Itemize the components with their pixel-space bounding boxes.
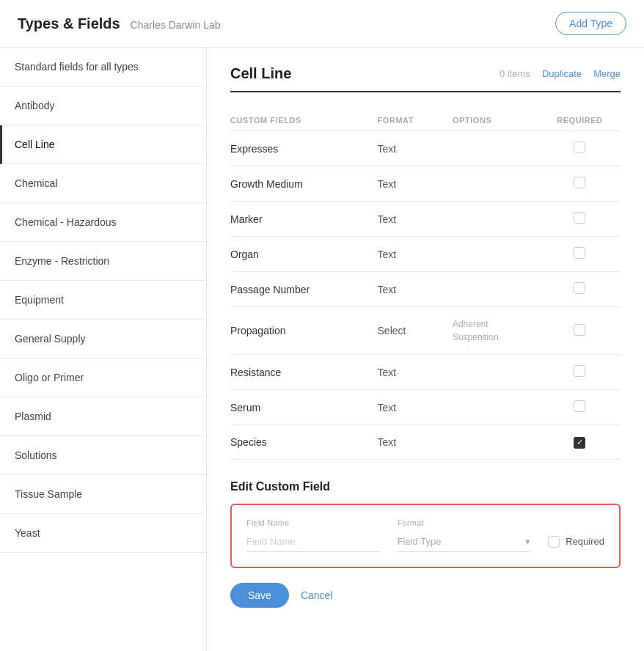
field-name-input[interactable]: [246, 532, 380, 552]
format-group: Format Field Type ▾: [398, 518, 531, 552]
checkbox-unchecked-icon: [574, 141, 585, 153]
field-name-cell: Species: [230, 425, 372, 460]
required-label: Required: [566, 536, 604, 547]
field-options-cell: [447, 425, 539, 460]
app-header: Types & Fields Charles Darwin Lab Add Ty…: [0, 0, 644, 48]
field-required-cell[interactable]: ✓: [539, 425, 621, 460]
field-name-cell: Passage Number: [230, 272, 372, 307]
sidebar-item-plasmid[interactable]: Plasmid: [0, 397, 206, 436]
col-header-required: REQUIRED: [539, 110, 621, 131]
field-name-group: Field Name: [246, 518, 380, 552]
edit-section-title: Edit Custom Field: [230, 480, 621, 493]
merge-button[interactable]: Merge: [593, 68, 621, 79]
sidebar-item-standard[interactable]: Standard fields for all types: [0, 48, 206, 87]
field-format-cell: Text: [372, 237, 447, 272]
table-row: Growth MediumText: [230, 166, 621, 202]
field-required-cell[interactable]: [539, 307, 621, 355]
field-required-cell[interactable]: [539, 131, 621, 166]
checkbox-unchecked-icon: [574, 177, 585, 188]
table-row: MarkerText: [230, 202, 621, 237]
col-header-options: OPTIONS: [447, 110, 539, 131]
field-options-cell: [447, 237, 539, 272]
checkbox-unchecked-icon: [574, 365, 585, 377]
items-count: 0 items: [500, 68, 530, 79]
field-name-cell: Resistance: [230, 355, 372, 390]
field-options-cell: [447, 390, 539, 425]
content-header-actions: 0 items Duplicate Merge: [500, 68, 621, 79]
checkbox-checked-icon: ✓: [574, 437, 585, 449]
content-header: Cell Line 0 items Duplicate Merge: [230, 65, 621, 92]
field-name-cell: Marker: [230, 202, 372, 237]
field-required-cell[interactable]: [539, 272, 621, 307]
save-button[interactable]: Save: [230, 583, 289, 608]
cancel-button[interactable]: Cancel: [301, 589, 333, 601]
field-format-cell: Select: [372, 307, 447, 355]
field-required-cell[interactable]: [539, 202, 621, 237]
field-name-cell: Propagation: [230, 307, 372, 355]
main-layout: Standard fields for all typesAntibodyCel…: [0, 48, 644, 651]
field-options-cell: [447, 272, 539, 307]
sidebar-item-chemical-hazardous[interactable]: Chemical - Hazardous: [0, 203, 206, 242]
table-row: ExpressesText: [230, 131, 621, 166]
content-area: Cell Line 0 items Duplicate Merge CUSTOM…: [207, 48, 644, 651]
checkbox-unchecked-icon: [574, 212, 585, 224]
edit-form-box: Field Name Format Field Type ▾ Required: [230, 504, 621, 568]
field-format-cell: Text: [372, 166, 447, 202]
field-options-cell: AdherentSuspension: [447, 307, 539, 355]
field-name-cell: Organ: [230, 237, 372, 272]
field-format-cell: Text: [372, 202, 447, 237]
field-options-cell: [447, 131, 539, 166]
checkbox-unchecked-icon: [574, 324, 585, 336]
field-name-cell: Serum: [230, 390, 372, 425]
sidebar-item-chemical[interactable]: Chemical: [0, 164, 206, 203]
field-format-cell: Text: [372, 272, 447, 307]
field-required-cell[interactable]: [539, 237, 621, 272]
content-title: Cell Line: [230, 65, 291, 82]
field-name-cell: Growth Medium: [230, 166, 372, 202]
required-group: Required: [548, 536, 604, 548]
form-actions: Save Cancel: [230, 583, 621, 608]
table-row: ResistanceText: [230, 355, 621, 390]
sidebar-item-general-supply[interactable]: General Supply: [0, 320, 206, 358]
header-left: Types & Fields Charles Darwin Lab: [18, 15, 221, 32]
checkbox-unchecked-icon: [574, 400, 585, 412]
table-row: SerumText: [230, 390, 621, 425]
sidebar-item-equipment[interactable]: Equipment: [0, 281, 206, 320]
format-select-value: Field Type: [398, 536, 442, 547]
field-format-cell: Text: [372, 355, 447, 390]
sidebar-item-antibody[interactable]: Antibody: [0, 87, 206, 125]
checkbox-unchecked-icon: [574, 247, 585, 259]
col-header-format: FORMAT: [372, 110, 447, 131]
checkbox-unchecked-icon: [574, 282, 585, 294]
field-required-cell[interactable]: [539, 166, 621, 202]
field-name-cell: Expresses: [230, 131, 372, 166]
edit-custom-field-section: Edit Custom Field Field Name Format Fiel…: [230, 480, 621, 568]
sidebar-item-enzyme-restriction[interactable]: Enzyme - Restriction: [0, 242, 206, 281]
table-row: SpeciesText✓: [230, 425, 621, 460]
add-type-button[interactable]: Add Type: [555, 12, 626, 35]
format-select[interactable]: Field Type ▾: [398, 532, 531, 552]
page-title: Types & Fields: [18, 15, 120, 32]
field-format-cell: Text: [372, 390, 447, 425]
field-required-cell[interactable]: [539, 390, 621, 425]
duplicate-button[interactable]: Duplicate: [542, 68, 582, 79]
format-label: Format: [398, 518, 531, 527]
sidebar: Standard fields for all typesAntibodyCel…: [0, 48, 207, 651]
field-options-cell: [447, 166, 539, 202]
field-options-cell: [447, 202, 539, 237]
sidebar-item-oligo-primer[interactable]: Oligo or Primer: [0, 358, 206, 397]
sidebar-item-tissue-sample[interactable]: Tissue Sample: [0, 475, 206, 514]
field-format-cell: Text: [372, 425, 447, 460]
field-required-cell[interactable]: [539, 355, 621, 390]
lab-name: Charles Darwin Lab: [131, 19, 221, 31]
table-row: PropagationSelectAdherentSuspension: [230, 307, 621, 355]
sidebar-item-cell-line[interactable]: Cell Line: [0, 125, 206, 164]
required-checkbox[interactable]: [548, 536, 560, 548]
sidebar-item-yeast[interactable]: Yeast: [0, 514, 206, 553]
table-row: OrganText: [230, 237, 621, 272]
col-header-custom-fields: CUSTOM FIELDS: [230, 110, 372, 131]
field-options-cell: [447, 355, 539, 390]
field-format-cell: Text: [372, 131, 447, 166]
sidebar-item-solutions[interactable]: Solutions: [0, 436, 206, 475]
fields-table: CUSTOM FIELDS FORMAT OPTIONS REQUIRED Ex…: [230, 110, 621, 460]
